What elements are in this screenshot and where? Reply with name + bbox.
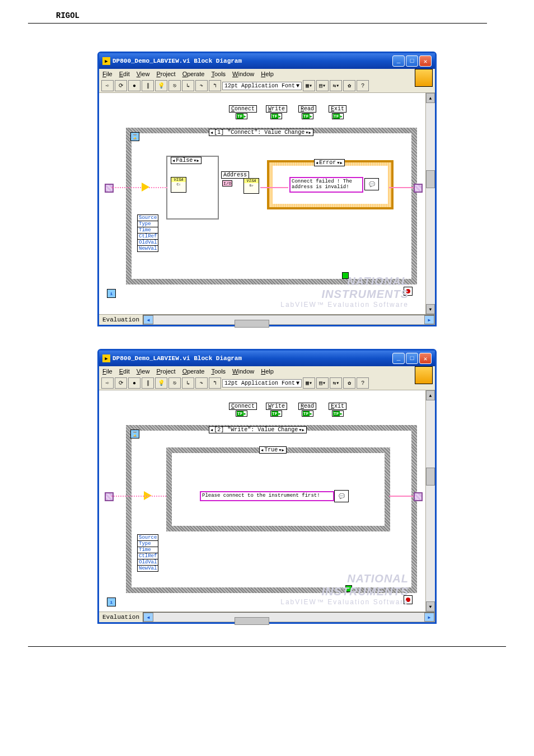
select-node[interactable] [142, 183, 149, 192]
vertical-scrollbar[interactable]: ▲ ▼ [425, 390, 435, 612]
hscroll-thumb[interactable] [235, 320, 269, 328]
error-message: Connect failed ! The address is invalid! [289, 177, 363, 193]
step-over-button[interactable]: ↷ [195, 80, 208, 91]
dialog-icon[interactable]: 💬 [364, 178, 379, 190]
distribute-button[interactable]: ▤▾ [316, 377, 329, 389]
pause-button[interactable]: ∥ [142, 377, 154, 389]
menu-project[interactable]: Project [156, 71, 175, 77]
highlight-button[interactable]: 💡 [155, 80, 167, 91]
titlebar[interactable]: ▶ DP800_Demo_LABVIEW.vi Block Diagram _ … [99, 53, 435, 69]
menu-file[interactable]: File [102, 368, 113, 375]
menu-view[interactable]: View [137, 368, 150, 375]
write-button-node[interactable]: Write [266, 105, 287, 113]
abort-button[interactable]: ● [128, 377, 140, 389]
inner-case-selector[interactable]: True [259, 446, 287, 454]
help-button[interactable]: ? [357, 377, 369, 389]
cleanup-button[interactable]: ✿ [343, 80, 355, 91]
read-button-node[interactable]: Read [298, 105, 316, 113]
highlight-button[interactable]: 💡 [155, 377, 167, 389]
scroll-thumb[interactable] [426, 170, 435, 188]
menu-project[interactable]: Project [156, 368, 175, 375]
maximize-button[interactable]: □ [406, 353, 418, 364]
run-continuous-button[interactable]: ⟳ [115, 80, 127, 91]
vertical-scrollbar[interactable]: ▲ ▼ [425, 93, 435, 314]
menu-window[interactable]: Window [232, 368, 254, 375]
run-button[interactable]: ➪ [101, 80, 114, 91]
run-button[interactable]: ➪ [101, 377, 114, 389]
visa-node-1[interactable]: VISAC⇩ [171, 177, 186, 193]
inner-case-structure[interactable] [166, 447, 390, 531]
scroll-down-icon[interactable]: ▼ [426, 304, 435, 314]
connect-button-node[interactable]: Connect [229, 105, 257, 113]
minimize-button[interactable]: _ [392, 353, 405, 364]
menu-tools[interactable]: Tools [211, 71, 226, 77]
scroll-left-icon[interactable]: ◀ [143, 613, 153, 622]
diagram-canvas[interactable]: Connect Write Read Exit ⌛ [2] "Write": V… [99, 390, 425, 612]
step-into-button[interactable]: ↳ [182, 80, 194, 91]
align-button[interactable]: ▦▾ [303, 80, 315, 91]
close-button[interactable]: ✕ [419, 55, 432, 67]
menu-tools[interactable]: Tools [211, 368, 226, 375]
scroll-up-icon[interactable]: ▲ [426, 390, 435, 400]
distribute-button[interactable]: ▤▾ [316, 80, 329, 91]
scroll-thumb[interactable] [426, 468, 435, 486]
exit-button-node[interactable]: Exit [329, 403, 346, 410]
menu-help[interactable]: Help [261, 71, 274, 77]
horizontal-scrollbar[interactable]: ◀ ▶ [143, 315, 435, 325]
menu-edit[interactable]: Edit [119, 368, 130, 375]
step-into-button[interactable]: ↳ [182, 377, 194, 389]
menubar[interactable]: File Edit View Project Operate Tools Win… [99, 69, 435, 79]
cleanup-button[interactable]: ✿ [343, 377, 355, 389]
scroll-down-icon[interactable]: ▼ [426, 601, 435, 612]
event-case-selector[interactable]: [2] "Write": Value Change [209, 426, 307, 433]
connect-button-node[interactable]: Connect [229, 403, 257, 410]
window-title: DP800_Demo_LABVIEW.vi Block Diagram [113, 355, 390, 362]
reorder-button[interactable]: ⇆▾ [330, 377, 342, 389]
help-button[interactable]: ? [357, 80, 369, 91]
scroll-right-icon[interactable]: ▶ [424, 315, 434, 324]
font-selector[interactable]: 12pt Application Font▼ [222, 379, 302, 388]
titlebar[interactable]: ▶ DP800_Demo_LABVIEW.vi Block Diagram _ … [99, 351, 435, 366]
pause-button[interactable]: ∥ [142, 80, 154, 91]
font-selector[interactable]: 12pt Application Font▼ [222, 82, 302, 90]
hscroll-thumb[interactable] [235, 617, 269, 625]
dialog-icon[interactable]: 💬 [334, 490, 349, 502]
retain-button[interactable]: ⎋ [168, 377, 181, 389]
scroll-left-icon[interactable]: ◀ [143, 315, 153, 324]
statusbar: Evaluation ◀ ▶ [99, 612, 435, 622]
menubar[interactable]: File Edit View Project Operate Tools Win… [99, 366, 435, 376]
wire [389, 187, 417, 188]
menu-operate[interactable]: Operate [182, 368, 205, 375]
menu-help[interactable]: Help [261, 368, 274, 375]
diagram-canvas[interactable]: Connect Write Read Exit ⌛ [1] "Connect":… [99, 93, 425, 314]
menu-file[interactable]: File [102, 71, 113, 77]
exit-button-node[interactable]: Exit [329, 105, 346, 113]
event-case-selector[interactable]: [1] "Connect": Value Change [209, 129, 313, 136]
error-selector[interactable]: Error [314, 159, 345, 166]
reorder-button[interactable]: ⇆▾ [330, 80, 342, 91]
step-out-button[interactable]: ↰ [209, 80, 221, 91]
read-button-node[interactable]: Read [298, 403, 316, 410]
maximize-button[interactable]: □ [406, 55, 418, 67]
close-button[interactable]: ✕ [419, 353, 432, 364]
menu-operate[interactable]: Operate [182, 71, 205, 77]
minimize-button[interactable]: _ [392, 55, 405, 67]
write-button-node[interactable]: Write [266, 403, 287, 410]
menu-edit[interactable]: Edit [119, 71, 130, 77]
scroll-right-icon[interactable]: ▶ [424, 613, 434, 622]
menu-window[interactable]: Window [232, 71, 254, 77]
event-timeout-icon: ⌛ [130, 132, 139, 141]
vi-icon[interactable] [415, 366, 433, 384]
step-over-button[interactable]: ↷ [195, 377, 208, 389]
retain-button[interactable]: ⎋ [168, 80, 181, 91]
align-button[interactable]: ▦▾ [303, 377, 315, 389]
horizontal-scrollbar[interactable]: ◀ ▶ [143, 612, 435, 622]
abort-button[interactable]: ● [128, 80, 140, 91]
run-continuous-button[interactable]: ⟳ [115, 377, 127, 389]
scroll-up-icon[interactable]: ▲ [426, 93, 435, 103]
step-out-button[interactable]: ↰ [209, 377, 221, 389]
vi-icon[interactable] [415, 69, 433, 87]
visa-open-node[interactable]: VISA0⇗ [243, 178, 259, 194]
menu-view[interactable]: View [137, 71, 150, 77]
inner-case-selector[interactable]: False [171, 157, 202, 164]
